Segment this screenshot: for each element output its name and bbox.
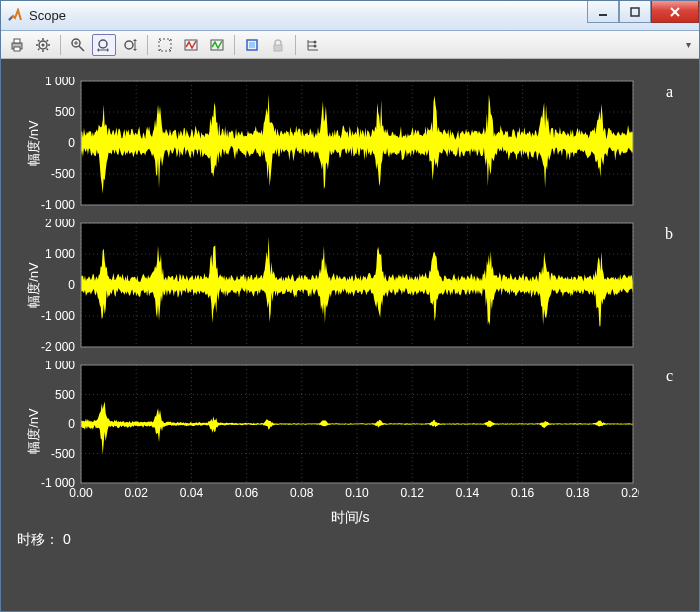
svg-point-40 [314,44,317,47]
toolbar-separator [60,35,61,55]
cursor-a-button[interactable] [179,34,203,56]
svg-text:1 000: 1 000 [45,247,75,261]
svg-line-14 [47,48,49,50]
svg-rect-33 [249,42,255,48]
y-axis-label: 幅度/nV [25,120,43,166]
scope-window: Scope [0,0,700,612]
status-label: 时移： [17,531,59,547]
zoom-in-button[interactable] [66,34,90,56]
svg-text:0.10: 0.10 [345,486,369,500]
svg-text:1 000: 1 000 [45,77,75,88]
svg-text:-1 000: -1 000 [41,198,75,209]
x-axis-label: 时间/s [9,509,691,527]
svg-line-16 [47,40,49,42]
settings-button[interactable] [31,34,55,56]
toolbar: ▾ [1,31,699,59]
svg-text:0.12: 0.12 [401,486,425,500]
svg-text:0.02: 0.02 [125,486,149,500]
zoom-y-button[interactable] [118,34,142,56]
signal-tree-button[interactable] [301,34,325,56]
svg-marker-24 [107,48,109,52]
svg-text:-500: -500 [51,447,75,461]
snapshot-button[interactable] [240,34,264,56]
svg-text:0.04: 0.04 [180,486,204,500]
svg-rect-6 [14,47,20,51]
toolbar-separator [234,35,235,55]
svg-point-8 [42,43,45,46]
y-axis-label: 幅度/nV [25,408,43,454]
maximize-button[interactable] [619,1,651,23]
svg-rect-5 [14,39,20,43]
print-button[interactable] [5,34,29,56]
svg-point-21 [99,40,107,48]
plot-area: 幅度/nV a -1 000-50005001 000 幅度/nV b -2 0… [1,59,699,611]
svg-line-13 [38,40,40,42]
svg-text:2 000: 2 000 [45,219,75,230]
toolbar-separator [295,35,296,55]
toolbar-overflow-icon[interactable]: ▾ [677,39,695,50]
status-value: 0 [63,531,71,547]
close-button[interactable] [651,1,699,23]
svg-text:1 000: 1 000 [45,361,75,372]
svg-text:0.20: 0.20 [621,486,639,500]
svg-text:500: 500 [55,388,75,402]
minimize-button[interactable] [587,1,619,23]
svg-text:500: 500 [55,105,75,119]
scope-plot-c[interactable]: 幅度/nV c -1 000-50005001 000 0.000.020.04… [29,361,683,501]
svg-point-25 [125,41,133,49]
svg-rect-1 [631,8,639,16]
svg-text:0: 0 [68,278,75,292]
svg-marker-27 [133,39,137,41]
scope-plot-a[interactable]: 幅度/nV a -1 000-50005001 000 [29,77,683,209]
plot-tag: a [666,83,673,101]
y-axis-label: 幅度/nV [25,262,43,308]
svg-point-39 [314,40,317,43]
scope-plot-b[interactable]: 幅度/nV b -2 000-1 00001 0002 000 [29,219,683,351]
svg-line-18 [79,46,84,51]
matlab-icon [7,8,23,24]
svg-text:0.00: 0.00 [69,486,93,500]
plot-tag: c [666,367,673,385]
svg-text:0.08: 0.08 [290,486,314,500]
fit-to-view-button[interactable] [153,34,177,56]
svg-marker-23 [97,48,99,52]
window-title: Scope [29,8,587,23]
svg-text:0.14: 0.14 [456,486,480,500]
svg-text:0: 0 [68,417,75,431]
svg-line-15 [38,48,40,50]
svg-text:0.06: 0.06 [235,486,259,500]
toolbar-separator [147,35,148,55]
lock-button[interactable] [266,34,290,56]
window-buttons [587,1,699,30]
svg-text:0.18: 0.18 [566,486,590,500]
svg-text:-2 000: -2 000 [41,340,75,351]
plot-tag: b [665,225,673,243]
zoom-xy-button[interactable] [92,34,116,56]
svg-marker-28 [133,49,137,51]
svg-text:0: 0 [68,136,75,150]
svg-text:-1 000: -1 000 [41,309,75,323]
svg-text:-500: -500 [51,167,75,181]
titlebar[interactable]: Scope [1,1,699,31]
svg-rect-34 [274,45,282,51]
cursor-b-button[interactable] [205,34,229,56]
svg-text:0.16: 0.16 [511,486,535,500]
status-bar: 时移： 0 [9,527,691,555]
